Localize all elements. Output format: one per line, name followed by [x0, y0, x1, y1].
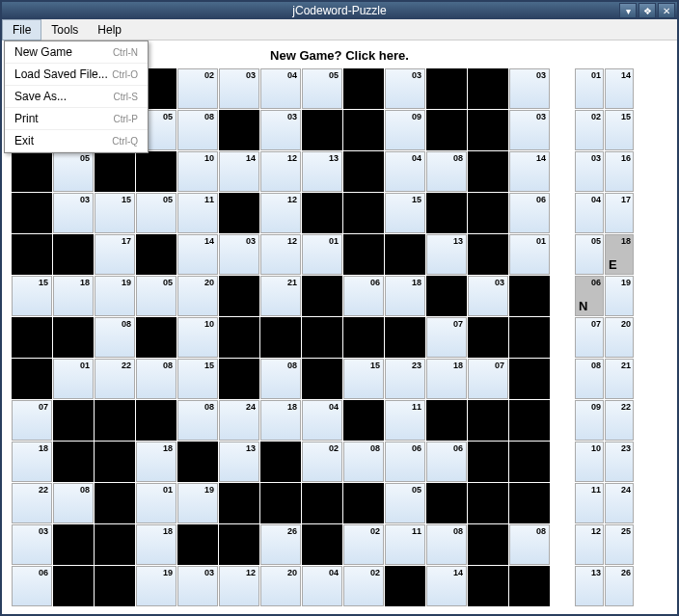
code-cell[interactable]: 20 [605, 317, 634, 358]
grid-cell[interactable]: 11 [385, 400, 425, 441]
grid-cell[interactable]: 15 [385, 193, 425, 233]
code-cell[interactable]: 10 [575, 442, 604, 482]
grid-cell[interactable]: 02 [343, 524, 384, 565]
grid-cell[interactable]: 01 [302, 234, 342, 275]
grid-cell[interactable]: 08 [426, 524, 467, 565]
grid-cell[interactable]: 13 [219, 442, 259, 482]
grid-cell[interactable]: 12 [260, 193, 301, 233]
grid-cell[interactable]: 12 [260, 234, 301, 275]
grid-cell[interactable]: 01 [53, 359, 94, 399]
grid-cell[interactable]: 19 [177, 483, 218, 523]
code-cell[interactable]: 12 [575, 524, 604, 565]
grid-cell[interactable]: 03 [509, 110, 550, 150]
grid-cell[interactable]: 05 [385, 483, 425, 523]
grid-cell[interactable]: 08 [177, 110, 218, 150]
code-cell[interactable]: 18E [605, 234, 634, 275]
code-cell[interactable]: 14 [605, 68, 634, 109]
grid-cell[interactable]: 04 [385, 151, 425, 192]
grid-cell[interactable]: 17 [95, 234, 135, 275]
code-cell[interactable]: 22 [605, 400, 634, 441]
code-cell[interactable]: 24 [605, 483, 634, 523]
grid-cell[interactable]: 10 [177, 317, 218, 358]
grid-cell[interactable]: 26 [260, 524, 301, 565]
code-cell[interactable]: 26 [605, 566, 634, 606]
grid-cell[interactable]: 03 [260, 110, 301, 150]
grid-cell[interactable]: 22 [12, 483, 52, 523]
grid-cell[interactable]: 09 [385, 110, 425, 150]
grid-cell[interactable]: 24 [219, 400, 259, 441]
grid-cell[interactable]: 08 [426, 151, 467, 192]
code-cell[interactable]: 01 [575, 68, 604, 109]
grid-cell[interactable]: 13 [426, 234, 467, 275]
grid-cell[interactable]: 03 [219, 234, 259, 275]
grid-cell[interactable]: 14 [426, 566, 467, 606]
grid-cell[interactable]: 05 [136, 193, 177, 233]
grid-cell[interactable]: 11 [385, 524, 425, 565]
grid-cell[interactable]: 12 [260, 151, 301, 192]
grid-cell[interactable]: 02 [177, 68, 218, 109]
grid-cell[interactable]: 08 [260, 359, 301, 399]
grid-cell[interactable]: 08 [177, 400, 218, 441]
grid-cell[interactable]: 06 [12, 566, 52, 606]
code-cell[interactable]: 07 [575, 317, 604, 358]
grid-cell[interactable]: 21 [260, 276, 301, 316]
grid-cell[interactable]: 08 [343, 442, 384, 482]
grid-cell[interactable]: 15 [12, 276, 52, 316]
grid-cell[interactable]: 23 [385, 359, 425, 399]
grid-cell[interactable]: 08 [136, 359, 177, 399]
grid-cell[interactable]: 08 [509, 524, 550, 565]
code-cell[interactable]: 15 [605, 110, 634, 150]
grid-cell[interactable]: 04 [302, 566, 342, 606]
menu-print[interactable]: Print Ctrl-P [5, 108, 148, 130]
grid-cell[interactable]: 01 [509, 234, 550, 275]
menu-new-game[interactable]: New Game Ctrl-N [5, 41, 148, 64]
code-cell[interactable]: 21 [605, 359, 634, 399]
grid-cell[interactable]: 14 [219, 151, 259, 192]
grid-cell[interactable]: 07 [12, 400, 52, 441]
grid-cell[interactable]: 10 [177, 151, 218, 192]
grid-cell[interactable]: 03 [468, 276, 508, 316]
grid-cell[interactable]: 18 [136, 524, 177, 565]
grid-cell[interactable]: 14 [177, 234, 218, 275]
grid-cell[interactable]: 04 [260, 68, 301, 109]
menu-save-as[interactable]: Save As... Ctrl-S [5, 86, 148, 108]
close-icon[interactable]: ✕ [658, 3, 675, 18]
menu-file[interactable]: File [2, 19, 41, 40]
grid-cell[interactable]: 19 [136, 566, 177, 606]
minimize-icon[interactable]: ▾ [619, 3, 637, 18]
grid-cell[interactable]: 06 [385, 442, 425, 482]
code-cell[interactable]: 23 [605, 442, 634, 482]
menu-exit[interactable]: Exit Ctrl-Q [5, 130, 148, 152]
grid-cell[interactable]: 05 [302, 68, 342, 109]
grid-cell[interactable]: 15 [343, 359, 384, 399]
grid-cell[interactable]: 18 [136, 442, 177, 482]
maximize-icon[interactable]: ❖ [638, 3, 656, 18]
grid-cell[interactable]: 08 [53, 483, 94, 523]
grid-cell[interactable]: 03 [509, 68, 550, 109]
grid-cell[interactable]: 15 [95, 193, 135, 233]
grid-cell[interactable]: 18 [12, 442, 52, 482]
grid-cell[interactable]: 06 [509, 193, 550, 233]
grid-cell[interactable]: 03 [385, 68, 425, 109]
grid-cell[interactable]: 22 [95, 359, 135, 399]
code-cell[interactable]: 08 [575, 359, 604, 399]
code-cell[interactable]: 09 [575, 400, 604, 441]
grid-cell[interactable]: 05 [53, 151, 94, 192]
grid-cell[interactable]: 04 [302, 400, 342, 441]
grid-cell[interactable]: 06 [426, 442, 467, 482]
code-cell[interactable]: 19 [605, 276, 634, 316]
grid-cell[interactable]: 18 [260, 400, 301, 441]
grid-cell[interactable]: 08 [95, 317, 135, 358]
grid-cell[interactable]: 19 [95, 276, 135, 316]
grid-cell[interactable]: 18 [53, 276, 94, 316]
code-cell[interactable]: 03 [575, 151, 604, 192]
grid-cell[interactable]: 07 [426, 317, 467, 358]
grid-cell[interactable]: 06 [343, 276, 384, 316]
grid-cell[interactable]: 02 [302, 442, 342, 482]
code-cell[interactable]: 04 [575, 193, 604, 233]
grid-cell[interactable]: 18 [385, 276, 425, 316]
code-cell[interactable]: 05 [575, 234, 604, 275]
code-cell[interactable]: 16 [605, 151, 634, 192]
grid-cell[interactable]: 02 [343, 566, 384, 606]
grid-cell[interactable]: 03 [177, 566, 218, 606]
